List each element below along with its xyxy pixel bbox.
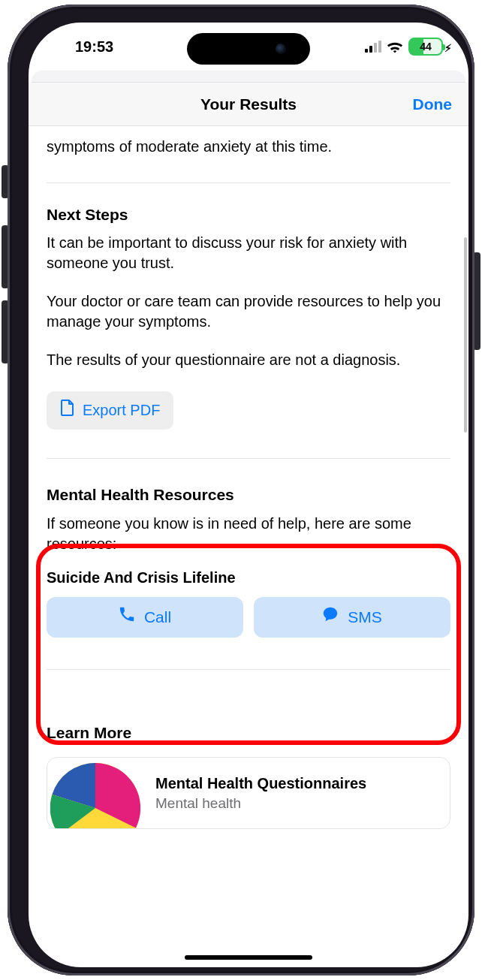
home-indicator[interactable] — [185, 955, 312, 960]
phone-device-frame: 19:53 44 ⚡︎ Your Results — [0, 0, 482, 980]
cellular-signal-icon — [365, 41, 381, 53]
learn-more-section: Learn More Mental Health Questionnaire — [47, 722, 450, 829]
document-icon — [60, 399, 75, 422]
charging-bolt-icon: ⚡︎ — [444, 42, 452, 54]
phone-icon — [119, 606, 135, 628]
content-scroll-area[interactable]: symptoms of moderate anxiety at this tim… — [29, 126, 468, 966]
learn-more-card[interactable]: Mental Health Questionnaires Mental heal… — [47, 757, 450, 829]
page-title: Your Results — [200, 95, 297, 113]
battery-indicator: 44 ⚡︎ — [408, 38, 443, 56]
lifeline-heading: Suicide And Crisis Lifeline — [47, 568, 450, 588]
sms-button[interactable]: SMS — [254, 597, 450, 638]
status-time: 19:53 — [54, 38, 113, 56]
status-indicators: 44 ⚡︎ — [365, 38, 443, 56]
learn-more-card-text: Mental Health Questionnaires Mental heal… — [155, 773, 366, 813]
wifi-icon — [387, 41, 403, 53]
battery-percentage: 44 — [420, 41, 432, 53]
screen: 19:53 44 ⚡︎ Your Results — [29, 23, 468, 967]
learn-more-heading: Learn More — [47, 722, 450, 743]
next-steps-paragraph-1: It can be important to discuss your risk… — [47, 233, 450, 273]
divider — [47, 669, 450, 670]
done-button-label: Done — [413, 95, 453, 113]
dynamic-island — [187, 33, 310, 65]
export-pdf-label: Export PDF — [83, 400, 160, 421]
call-button[interactable]: Call — [47, 597, 243, 638]
next-steps-paragraph-2: Your doctor or care team can provide res… — [47, 291, 450, 332]
phone-body: 19:53 44 ⚡︎ Your Results — [8, 5, 474, 975]
speech-bubble-icon — [322, 606, 339, 628]
resources-intro: If someone you know is in need of help, … — [47, 514, 450, 554]
learn-more-card-subtitle: Mental health — [155, 794, 366, 813]
learn-more-card-title: Mental Health Questionnaires — [155, 773, 366, 794]
status-bar: 19:53 44 ⚡︎ — [29, 23, 468, 71]
intro-text: symptoms of moderate anxiety at this tim… — [47, 126, 450, 176]
resources-section: Mental Health Resources If someone you k… — [47, 484, 450, 637]
divider — [47, 458, 450, 459]
scrollbar-thumb[interactable] — [464, 237, 467, 433]
call-button-label: Call — [144, 607, 171, 628]
lifeline-button-row: Call SMS — [47, 597, 450, 638]
sms-button-label: SMS — [348, 607, 382, 628]
done-button[interactable]: Done — [413, 83, 453, 125]
resources-heading: Mental Health Resources — [47, 484, 450, 505]
next-steps-heading: Next Steps — [47, 204, 450, 225]
pie-chart-icon — [50, 763, 140, 829]
export-pdf-button[interactable]: Export PDF — [47, 391, 173, 430]
modal-header: Your Results Done — [29, 83, 468, 126]
next-steps-paragraph-3: The results of your questionnaire are no… — [47, 350, 450, 370]
divider — [47, 182, 450, 183]
sheet-backing — [32, 71, 465, 83]
